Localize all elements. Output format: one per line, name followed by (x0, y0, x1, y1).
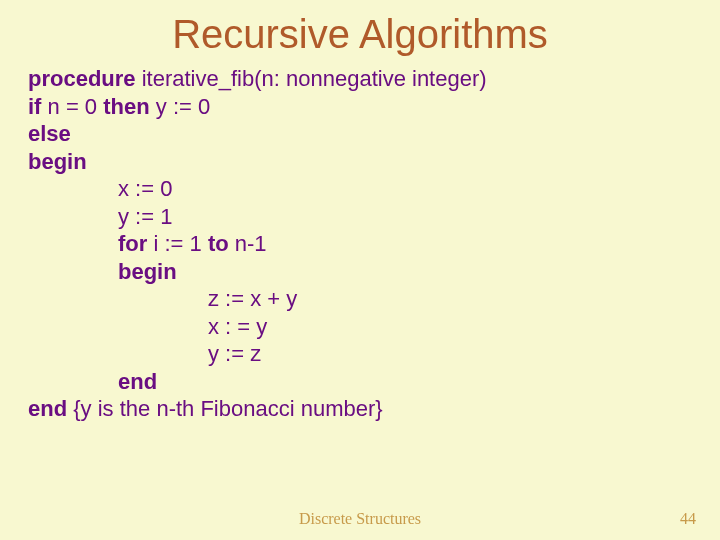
code-line-11: y := z (28, 340, 692, 368)
code-line-5: x := 0 (28, 175, 692, 203)
kw-if: if (28, 94, 41, 119)
footer-title: Discrete Structures (0, 510, 720, 528)
kw-end: end (28, 396, 67, 421)
code-line-2: if n = 0 then y := 0 (28, 93, 692, 121)
kw-to: to (208, 231, 229, 256)
kw-then: then (103, 94, 149, 119)
page-number: 44 (680, 510, 696, 528)
text: y := 0 (150, 94, 211, 119)
text: iterative_fib(n: nonnegative integer) (136, 66, 487, 91)
code-line-6: y := 1 (28, 203, 692, 231)
text: i := 1 (147, 231, 208, 256)
slide: Recursive Algorithms procedure iterative… (0, 0, 720, 540)
code-line-13: end {y is the n-th Fibonacci number} (28, 395, 692, 423)
text: {y is the n-th Fibonacci number} (67, 396, 383, 421)
kw-for: for (118, 231, 147, 256)
slide-title: Recursive Algorithms (0, 0, 720, 57)
code-line-9: z := x + y (28, 285, 692, 313)
code-line-12: end (28, 368, 692, 396)
code-line-1: procedure iterative_fib(n: nonnegative i… (28, 65, 692, 93)
code-line-8: begin (28, 258, 692, 286)
code-line-10: x : = y (28, 313, 692, 341)
kw-procedure: procedure (28, 66, 136, 91)
text: n-1 (229, 231, 267, 256)
code-line-3: else (28, 120, 692, 148)
code-block: procedure iterative_fib(n: nonnegative i… (0, 57, 720, 423)
code-line-7: for i := 1 to n-1 (28, 230, 692, 258)
code-line-4: begin (28, 148, 692, 176)
text: n = 0 (41, 94, 103, 119)
